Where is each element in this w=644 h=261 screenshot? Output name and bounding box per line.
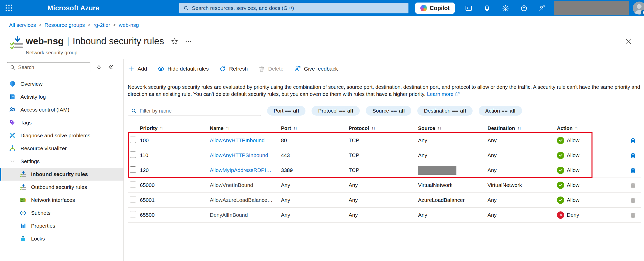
copilot-button[interactable]: Copilot [415,3,455,14]
row-checkbox[interactable] [130,166,136,173]
column-header-priority[interactable]: Priority↑↓ [140,125,210,131]
column-header-name[interactable]: Name↑↓ [210,125,281,131]
user-avatar[interactable] [633,2,644,15]
add-button[interactable]: Add [128,66,147,72]
sidebar-item-diagnose-and-solve-problems[interactable]: Diagnose and solve problems [0,129,123,142]
breadcrumb-resource-groups[interactable]: Resource groups [44,22,85,28]
sidebar-item-label: Inbound security rules [31,171,88,177]
sidebar-item-activity-log[interactable]: Activity log [0,90,123,103]
sidebar-item-inbound-security-rules[interactable]: Inbound security rules [0,168,123,181]
filter-by-name-input[interactable] [139,108,258,114]
notifications-icon[interactable] [483,5,491,12]
row-checkbox[interactable] [130,137,136,143]
pill-value: all [293,108,299,114]
rule-name-link[interactable]: AllowMyIpAddressRDPI… [210,167,271,173]
column-header-source[interactable]: Source↑↓ [418,125,487,131]
rule-name-link[interactable]: AllowAnyHTTPInbound [210,137,265,143]
breadcrumb-all-services[interactable]: All services [9,22,36,28]
sidebar-search-input[interactable] [18,64,88,71]
rule-source: Any [418,212,487,218]
rule-source: Any [418,137,487,143]
resource-type-subtitle: Network security group [26,50,644,56]
rule-row-110: 110AllowAnyHTTPSInbound443TCPAnyAnyAllow [128,148,641,163]
close-blade-icon[interactable] [625,38,632,46]
allow-status-icon [557,152,564,159]
learn-more-link[interactable]: Learn more [427,91,460,98]
pill-field: Action == [485,108,508,114]
settings-icon[interactable] [502,5,509,12]
redacted-source-value [418,166,456,175]
rule-protocol: TCP [349,152,418,158]
pill-field: Source == [372,108,397,114]
external-link-icon [455,92,460,97]
svg-text:?: ? [523,6,525,10]
sidebar-item-label: Access control (IAM) [20,107,69,113]
row-checkbox[interactable] [130,151,136,158]
rule-protocol: TCP [349,167,418,173]
sidebar-item-tags[interactable]: Tags [0,116,123,129]
cloud-shell-icon[interactable] [465,5,472,12]
filter-pill-destination[interactable]: Destination ==all [417,106,473,116]
hamburger-menu-icon[interactable] [26,5,33,11]
delete-rule-icon [625,182,641,188]
column-header-destination[interactable]: Destination↑↓ [487,125,557,131]
collapse-sidebar-icon[interactable] [108,64,114,70]
delete-rule-icon[interactable] [625,137,641,144]
sidebar-item-overview[interactable]: Overview [0,77,123,90]
global-search[interactable] [179,3,408,13]
filter-pill-protocol[interactable]: Protocol ==all [312,106,360,116]
rule-port: Any [281,182,349,188]
filter-pill-source[interactable]: Source ==all [366,106,411,116]
filter-by-name[interactable] [128,106,261,116]
app-launcher-icon[interactable] [4,3,15,14]
rule-priority: 100 [140,137,210,143]
breadcrumb-web-nsg[interactable]: web-nsg [119,22,139,28]
filter-bar: Port ==allProtocol ==allSource ==allDest… [128,106,644,116]
breadcrumb: All services>Resource groups>rg-2tier>we… [9,22,644,28]
sidebar-search[interactable] [7,62,90,72]
sidebar-item-network-interfaces[interactable]: Network interfaces [0,193,123,206]
sidebar-item-locks[interactable]: Locks [0,232,123,245]
column-header-port[interactable]: Port↑↓ [281,125,349,131]
action-label: Allow [567,167,579,173]
sidebar-item-properties[interactable]: Properties [0,219,123,232]
more-options-icon[interactable] [185,38,192,45]
brand-title: Microsoft Azure [47,4,99,12]
column-label: Priority [140,125,158,131]
sidebar-item-subnets[interactable]: Subnets [0,206,123,219]
sidebar-item-outbound-security-rules[interactable]: Outbound security rules [0,181,123,193]
breadcrumb-rg-2tier[interactable]: rg-2tier [93,22,110,28]
give-feedback-button[interactable]: Give feedback [294,66,338,72]
access-control-icon [9,106,16,113]
column-label: Destination [487,125,515,131]
delete-rule-icon[interactable] [625,152,641,159]
diamond-toggle-icon[interactable] [96,65,101,70]
rule-name: AllowAnyHTTPInbound [210,137,281,143]
sidebar-item-access-control-iam[interactable]: Access control (IAM) [0,103,123,116]
sidebar-item-label: Outbound security rules [31,184,87,190]
feedback-icon[interactable] [539,5,546,12]
help-icon[interactable]: ? [520,5,527,12]
global-search-input[interactable] [191,5,404,11]
sidebar-item-settings[interactable]: Settings [0,155,123,168]
give-feedback-icon [294,66,301,72]
refresh-button[interactable]: Refresh [219,66,248,72]
sidebar-item-label: Network interfaces [31,197,75,203]
column-header-action[interactable]: Action↑↓ [557,125,610,131]
favorite-star-icon[interactable] [171,38,178,45]
main: OverviewActivity logAccess control (IAM)… [0,59,644,261]
column-header-protocol[interactable]: Protocol↑↓ [349,125,418,131]
breadcrumb-separator-icon: > [88,23,90,28]
sidebar: OverviewActivity logAccess control (IAM)… [0,59,124,261]
delete-rule-icon[interactable] [625,167,641,173]
filter-pill-action[interactable]: Action ==all [479,106,522,116]
add-icon [128,66,135,72]
filter-pill-port[interactable]: Port ==all [267,106,305,116]
subnets-icon [19,209,27,216]
rule-name: AllowVnetInBound [210,182,281,188]
rule-name-link[interactable]: AllowAnyHTTPSInbound [210,152,268,158]
hide-default-rules-button[interactable]: Hide default rules [158,66,209,72]
sidebar-item-resource-visualizer[interactable]: Resource visualizer [0,142,123,155]
pill-value: all [510,108,516,114]
delete-icon [258,66,265,72]
